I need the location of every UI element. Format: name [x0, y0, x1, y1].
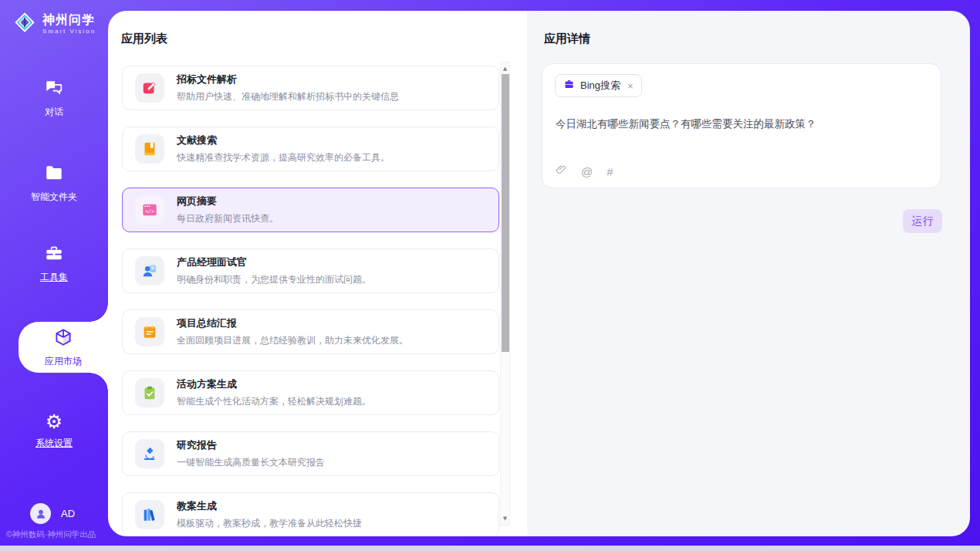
app-card-desc: 全面回顾项目进展，总结经验教训，助力未来优化发展。: [177, 334, 408, 347]
run-button[interactable]: 运行: [903, 209, 942, 233]
app-list-panel: 应用列表 招标文件解析 帮助用户快速、准确地理解和解析招标书中的关键信息: [108, 11, 527, 536]
brand-subtitle: Smart Vision: [42, 28, 96, 35]
app-list-title: 应用列表: [121, 32, 167, 46]
user-name: AD: [61, 508, 75, 519]
app-card-literature-search[interactable]: 文献搜索 快速精准查找学术资源，提高研究效率的必备工具。: [122, 127, 499, 171]
tool-tag-bing-search[interactable]: Bing搜索 ×: [555, 74, 642, 97]
sidebar-item-label: 应用市场: [45, 355, 82, 368]
sidebar-item-toolkit[interactable]: 工具集: [0, 238, 108, 289]
app-card-web-summary[interactable]: </> 网页摘要 每日政府新闻资讯快查。: [122, 188, 499, 232]
sidebar-item-chat[interactable]: 对话: [0, 73, 108, 123]
copyright-footer: ©神州数码·神州问学出品: [6, 529, 108, 540]
sidebar-item-label: 工具集: [40, 271, 68, 284]
chat-bubble-icon: [44, 78, 64, 101]
content-area: 应用列表 招标文件解析 帮助用户快速、准确地理解和解析招标书中的关键信息: [108, 11, 970, 536]
app-card-desc: 一键智能生成高质量长文本研究报告: [177, 456, 325, 469]
sidebar: 神州问学 Smart Vision 对话 智能文件夹: [0, 0, 108, 546]
report-note-icon: [135, 317, 164, 346]
app-cards: 招标文件解析 帮助用户快速、准确地理解和解析招标书中的关键信息 文献搜索: [122, 66, 499, 536]
prompt-toolbar: @ #: [556, 164, 613, 179]
sidebar-item-smart-folder[interactable]: 智能文件夹: [0, 157, 108, 208]
app-card-desc: 模板驱动，教案秒成，教学准备从此轻松快捷: [177, 517, 362, 530]
app-window: 神州问学 Smart Vision 对话 智能文件夹: [0, 0, 980, 546]
app-card-title: 活动方案生成: [177, 377, 371, 391]
app-card-title: 教案生成: [177, 499, 362, 513]
scroll-up-icon[interactable]: ▲: [501, 66, 509, 72]
app-card-title: 产品经理面试官: [177, 255, 371, 269]
app-card-title: 招标文件解析: [177, 73, 399, 86]
app-card-bid-document-analysis[interactable]: 招标文件解析 帮助用户快速、准确地理解和解析招标书中的关键信息: [122, 66, 499, 110]
app-card-lesson-plan[interactable]: 教案生成 模板驱动，教案秒成，教学准备从此轻松快捷: [122, 492, 499, 536]
gear-icon: ⚙: [46, 412, 63, 432]
app-card-title: 研究报告: [177, 438, 325, 452]
app-card-desc: 帮助用户快速、准确地理解和解析招标书中的关键信息: [177, 90, 399, 103]
app-card-desc: 明确身份和职责，为您提供专业性的面试问题。: [177, 273, 371, 286]
tool-tag-label: Bing搜索: [580, 79, 620, 93]
briefcase-icon: [563, 79, 575, 93]
brand-logo: 神州问学 Smart Vision: [13, 11, 96, 37]
sidebar-item-label: 智能文件夹: [31, 191, 77, 204]
close-icon[interactable]: ×: [627, 80, 634, 92]
paperclip-icon[interactable]: [556, 164, 567, 179]
scrollbar-thumb[interactable]: [502, 74, 509, 352]
interviewer-icon: [135, 256, 164, 286]
sidebar-item-label: 系统设置: [35, 437, 73, 450]
list-scrollbar[interactable]: ▲ ▼: [500, 62, 510, 526]
app-card-pm-interviewer[interactable]: 产品经理面试官 明确身份和职责，为您提供专业性的面试问题。: [122, 248, 499, 293]
app-card-desc: 快速精准查找学术资源，提高研究效率的必备工具。: [177, 151, 390, 164]
microscope-icon: [135, 439, 164, 468]
app-card-desc: 每日政府新闻资讯快查。: [177, 212, 279, 225]
app-card-desc: 智能生成个性化活动方案，轻松解决规划难题。: [177, 395, 371, 408]
folder-icon: [44, 163, 64, 186]
app-card-research-report[interactable]: 研究报告 一键智能生成高质量长文本研究报告: [122, 431, 499, 476]
avatar: [30, 503, 51, 524]
gem-logo-icon: [13, 11, 36, 37]
books-icon: [135, 500, 164, 529]
app-card-project-summary[interactable]: 项目总结汇报 全面回顾项目进展，总结经验教训，助力未来优化发展。: [122, 309, 499, 354]
cube-icon: [53, 327, 73, 350]
app-card-title: 文献搜索: [177, 134, 390, 147]
user-account[interactable]: AD: [30, 503, 75, 524]
toolbox-icon: [44, 243, 64, 266]
app-detail-panel: 应用详情 Bing搜索 × 今日湖北有哪些新闻要点？有哪些需要关注的最新政策？: [527, 11, 970, 536]
clipboard-check-icon: [135, 378, 164, 407]
prompt-card: Bing搜索 × 今日湖北有哪些新闻要点？有哪些需要关注的最新政策？ @ #: [542, 63, 941, 188]
bid-document-icon: [135, 73, 164, 103]
prompt-input[interactable]: 今日湖北有哪些新闻要点？有哪些需要关注的最新政策？: [556, 117, 928, 132]
hash-icon[interactable]: #: [607, 165, 613, 178]
sidebar-item-app-market[interactable]: 应用市场: [19, 322, 108, 373]
app-card-title: 网页摘要: [177, 194, 279, 208]
scroll-down-icon[interactable]: ▼: [501, 516, 509, 522]
app-detail-title: 应用详情: [544, 32, 590, 46]
svg-text:</>: </>: [145, 208, 154, 215]
app-card-title: 项目总结汇报: [177, 316, 408, 330]
browser-code-icon: </>: [135, 195, 164, 225]
mention-icon[interactable]: @: [581, 165, 593, 178]
brand-text: 神州问学 Smart Vision: [42, 13, 96, 34]
book-icon: [135, 134, 164, 164]
app-card-activity-plan[interactable]: 活动方案生成 智能生成个性化活动方案，轻松解决规划难题。: [122, 370, 499, 415]
sidebar-item-settings[interactable]: ⚙ 系统设置: [0, 405, 108, 456]
brand-title: 神州问学: [42, 13, 96, 27]
sidebar-item-label: 对话: [45, 106, 63, 119]
